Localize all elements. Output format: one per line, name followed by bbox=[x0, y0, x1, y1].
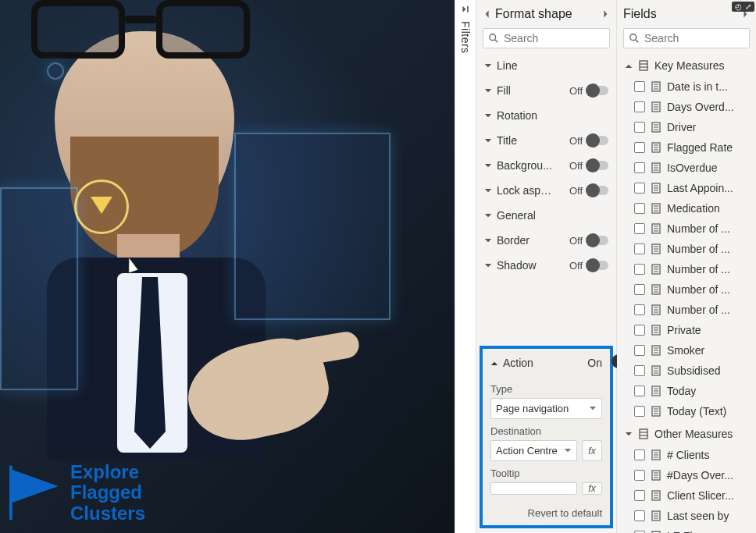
field-row[interactable]: Private bbox=[617, 320, 756, 340]
fields-search[interactable] bbox=[623, 28, 750, 48]
field-name: Date is in t... bbox=[667, 80, 728, 93]
field-checkbox[interactable] bbox=[634, 406, 645, 417]
field-row[interactable]: Number of ... bbox=[617, 239, 756, 259]
field-row[interactable]: Date is in t... bbox=[617, 76, 756, 97]
collapse-format-icon[interactable] bbox=[483, 9, 492, 19]
field-checkbox[interactable] bbox=[634, 101, 645, 112]
field-row[interactable]: Client Slicer... bbox=[617, 485, 756, 506]
search-icon bbox=[488, 33, 499, 44]
measure-icon bbox=[651, 490, 661, 501]
field-row[interactable]: Medication bbox=[617, 198, 756, 219]
tooltip-label: Tooltip bbox=[490, 467, 602, 479]
bookmark-button[interactable]: Explore Flagged Clusters bbox=[9, 462, 145, 524]
tooltip-input[interactable] bbox=[490, 482, 577, 495]
field-checkbox[interactable] bbox=[634, 264, 645, 275]
field-checkbox[interactable] bbox=[634, 325, 645, 336]
group-label: Fill bbox=[497, 84, 511, 97]
chevron-down-icon bbox=[589, 406, 597, 411]
measure-icon bbox=[651, 510, 661, 521]
field-checkbox[interactable] bbox=[634, 223, 645, 234]
field-row[interactable]: Smoker bbox=[617, 340, 756, 361]
chevron-up-icon[interactable] bbox=[490, 361, 498, 366]
tooltip-fx-button[interactable]: fx bbox=[582, 482, 602, 495]
action-group-label[interactable]: Action bbox=[503, 357, 533, 369]
field-row[interactable]: Number of ... bbox=[617, 219, 756, 239]
format-group-general[interactable]: General bbox=[476, 203, 616, 228]
measure-icon bbox=[651, 406, 661, 417]
field-checkbox[interactable] bbox=[634, 365, 645, 376]
svg-rect-75 bbox=[640, 429, 647, 439]
group-label: Lock aspe... bbox=[497, 184, 555, 197]
group-toggle[interactable]: Off bbox=[569, 235, 608, 247]
field-row[interactable]: Today bbox=[617, 381, 756, 401]
field-row[interactable]: Number of ... bbox=[617, 300, 756, 320]
chevron-down-icon bbox=[484, 113, 492, 119]
field-row[interactable]: Flagged Rate bbox=[617, 137, 756, 158]
field-row[interactable]: Days Overd... bbox=[617, 97, 756, 117]
expand-filters-icon[interactable] bbox=[461, 5, 471, 15]
type-select[interactable]: Page navigation bbox=[490, 398, 602, 419]
field-row[interactable]: Subsidised bbox=[617, 361, 756, 381]
destination-select[interactable]: Action Centre bbox=[490, 440, 577, 461]
format-group-backgrou-[interactable]: Backgrou...Off bbox=[476, 153, 616, 178]
field-checkbox[interactable] bbox=[634, 243, 645, 254]
field-row[interactable]: #Days Over... bbox=[617, 465, 756, 485]
field-checkbox[interactable] bbox=[634, 183, 645, 194]
fields-panel: Fields Key MeasuresDate is in t...Days O… bbox=[617, 0, 756, 533]
field-checkbox[interactable] bbox=[634, 162, 645, 173]
field-checkbox[interactable] bbox=[634, 345, 645, 356]
action-toggle[interactable]: On bbox=[587, 357, 602, 369]
field-row[interactable]: Driver bbox=[617, 117, 756, 137]
field-checkbox[interactable] bbox=[634, 510, 645, 521]
format-group-title[interactable]: TitleOff bbox=[476, 128, 616, 153]
filters-pane-collapsed[interactable]: Filters bbox=[455, 0, 476, 533]
fields-search-input[interactable] bbox=[644, 32, 744, 44]
group-toggle[interactable]: Off bbox=[569, 160, 608, 172]
group-toggle[interactable]: Off bbox=[569, 85, 608, 97]
field-row[interactable]: # Clients bbox=[617, 445, 756, 465]
format-group-shadow[interactable]: ShadowOff bbox=[476, 253, 616, 278]
report-canvas[interactable]: Explore Flagged Clusters bbox=[0, 0, 455, 533]
field-checkbox[interactable] bbox=[634, 386, 645, 396]
fields-table-other-measures[interactable]: Other Measures bbox=[617, 421, 756, 445]
flag-icon bbox=[9, 465, 59, 520]
chevron-down-icon bbox=[484, 138, 492, 144]
field-checkbox[interactable] bbox=[634, 449, 645, 460]
format-group-line[interactable]: Line bbox=[476, 53, 616, 78]
field-checkbox[interactable] bbox=[634, 490, 645, 501]
field-checkbox[interactable] bbox=[634, 284, 645, 295]
field-checkbox[interactable] bbox=[634, 470, 645, 481]
field-row[interactable]: IsOverdue bbox=[617, 158, 756, 178]
format-group-border[interactable]: BorderOff bbox=[476, 228, 616, 253]
field-row[interactable]: Today (Text) bbox=[617, 401, 756, 421]
format-group-fill[interactable]: FillOff bbox=[476, 78, 616, 103]
field-checkbox[interactable] bbox=[634, 304, 645, 315]
fields-table-key-measures[interactable]: Key Measures bbox=[617, 53, 756, 76]
group-toggle[interactable]: Off bbox=[569, 260, 608, 272]
field-row[interactable]: Number of ... bbox=[617, 259, 756, 279]
measure-icon bbox=[651, 386, 661, 396]
field-row[interactable]: Last seen by bbox=[617, 506, 756, 526]
group-label: Border bbox=[497, 234, 530, 247]
format-group-lock-aspe-[interactable]: Lock aspe...Off bbox=[476, 178, 616, 203]
format-group-rotation[interactable]: Rotation bbox=[476, 103, 616, 128]
clock-icon: ◴ bbox=[735, 2, 742, 11]
revert-to-default-link[interactable]: Revert to default bbox=[490, 507, 602, 519]
chevron-down-icon bbox=[484, 163, 492, 169]
field-row[interactable]: LE Flag bbox=[617, 526, 756, 533]
field-checkbox[interactable] bbox=[634, 142, 645, 153]
field-row[interactable]: Last Appoin... bbox=[617, 178, 756, 198]
measure-icon bbox=[651, 142, 661, 153]
group-toggle[interactable]: Off bbox=[569, 185, 608, 197]
field-checkbox[interactable] bbox=[634, 203, 645, 214]
format-search[interactable] bbox=[483, 28, 610, 48]
group-toggle[interactable]: Off bbox=[569, 135, 608, 147]
field-row[interactable]: Number of ... bbox=[617, 279, 756, 300]
field-name: Number of ... bbox=[667, 243, 730, 255]
measure-icon bbox=[651, 365, 661, 376]
format-search-input[interactable] bbox=[504, 32, 604, 44]
field-checkbox[interactable] bbox=[634, 81, 645, 92]
destination-fx-button[interactable]: fx bbox=[582, 440, 602, 461]
format-nav-right-icon[interactable] bbox=[601, 9, 610, 19]
field-checkbox[interactable] bbox=[634, 122, 645, 133]
